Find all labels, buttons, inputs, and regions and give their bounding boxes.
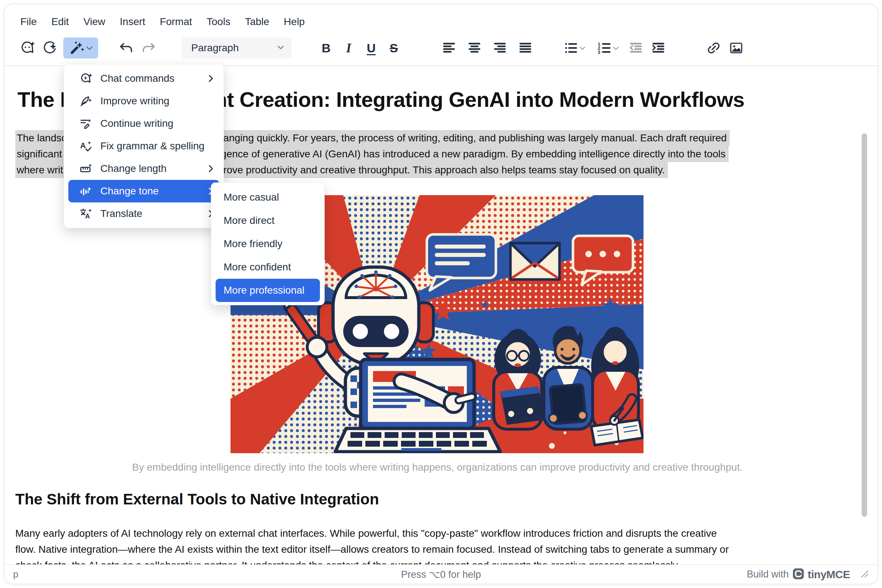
chevron-down-icon xyxy=(277,45,284,52)
format-select-value: Paragraph xyxy=(191,42,277,54)
body-paragraph[interactable]: Many early adopters of AI technology rel… xyxy=(15,525,729,564)
image-caption[interactable]: By embedding intelligence directly into … xyxy=(5,460,870,475)
status-bar: p Press ⌥0 for help Build with tinyMCE xyxy=(5,564,877,584)
align-left-icon xyxy=(441,40,457,56)
svg-text:3: 3 xyxy=(598,50,600,55)
italic-button[interactable]: I xyxy=(338,38,359,58)
align-right-button[interactable] xyxy=(489,38,511,58)
tinymce-editor-window: File Edit View Insert Format Tools Table… xyxy=(0,0,882,588)
ai-commands-menu: Chat commands Improve writing Continue w… xyxy=(64,64,224,228)
redo-button[interactable] xyxy=(138,38,159,58)
translate-icon: A xyxy=(79,207,92,220)
body-text-line[interactable]: Many early adopters of AI technology rel… xyxy=(15,525,729,542)
menu-item-change-length[interactable]: Change length xyxy=(68,158,219,180)
insert-image-button[interactable] xyxy=(726,38,747,58)
menu-item-label: Fix grammar & spelling xyxy=(100,140,219,152)
ai-shortcuts-button[interactable] xyxy=(39,38,60,58)
body-text-line[interactable]: check facts, the AI acts as a collaborat… xyxy=(15,558,729,564)
improve-writing-icon xyxy=(79,94,92,108)
outdent-icon xyxy=(628,40,644,56)
menu-view[interactable]: View xyxy=(76,11,112,33)
menu-item-fix-grammar[interactable]: A Fix grammar & spelling xyxy=(68,135,219,158)
submenu-item-more-direct[interactable]: More direct xyxy=(216,209,320,232)
svg-text:A: A xyxy=(85,213,90,220)
submenu-item-more-friendly[interactable]: More friendly xyxy=(216,232,320,255)
underline-icon: U xyxy=(367,41,376,55)
indent-button[interactable] xyxy=(648,38,669,58)
numbered-list-button[interactable]: 1 2 3 xyxy=(592,38,623,58)
link-button[interactable] xyxy=(703,38,724,58)
menu-format[interactable]: Format xyxy=(153,11,200,33)
menu-table[interactable]: Table xyxy=(238,11,276,33)
outdent-button[interactable] xyxy=(625,38,646,58)
menu-help[interactable]: Help xyxy=(276,11,312,33)
menubar: File Edit View Insert Format Tools Table… xyxy=(13,11,312,33)
undo-icon xyxy=(118,41,134,55)
menu-edit[interactable]: Edit xyxy=(44,11,76,33)
menu-item-label: Improve writing xyxy=(100,95,219,107)
tinymce-logo-icon xyxy=(793,568,804,581)
change-tone-submenu: More casual More direct More friendly Mo… xyxy=(211,182,325,305)
strikethrough-icon: S xyxy=(390,41,398,55)
menu-item-improve-writing[interactable]: Improve writing xyxy=(68,90,219,112)
chevron-down-icon xyxy=(86,45,93,51)
bullet-list-button[interactable] xyxy=(559,38,590,58)
chevron-down-icon xyxy=(613,46,619,51)
menu-item-translate[interactable]: A Translate xyxy=(68,202,219,225)
numbered-list-icon: 1 2 3 xyxy=(596,40,612,56)
continue-writing-icon xyxy=(79,117,92,130)
menu-item-continue-writing[interactable]: Continue writing xyxy=(68,112,219,135)
branding-name[interactable]: tinyMCE xyxy=(808,568,850,581)
menu-item-change-tone[interactable]: Change tone xyxy=(68,180,219,202)
image-icon xyxy=(728,40,744,56)
menu-item-label: Chat commands xyxy=(100,73,200,84)
chevron-down-icon xyxy=(580,46,585,51)
svg-text:A: A xyxy=(80,141,86,150)
italic-icon: I xyxy=(346,40,351,56)
bold-button[interactable]: B xyxy=(316,38,337,58)
align-center-button[interactable] xyxy=(464,38,485,58)
change-tone-icon xyxy=(79,184,92,198)
menu-item-label: Change tone xyxy=(100,185,200,197)
menu-insert[interactable]: Insert xyxy=(113,11,153,33)
scrollbar-thumb[interactable] xyxy=(862,134,867,517)
align-right-icon xyxy=(492,40,508,56)
align-left-button[interactable] xyxy=(439,38,460,58)
change-length-icon xyxy=(79,162,92,175)
ai-commands-wand-button[interactable] xyxy=(63,38,98,58)
submenu-item-more-professional[interactable]: More professional xyxy=(216,279,320,302)
redo-icon xyxy=(141,41,157,55)
chevron-right-icon xyxy=(208,165,213,172)
branding-prefix: Build with xyxy=(747,569,789,580)
ai-shortcuts-icon xyxy=(42,40,58,56)
submenu-item-more-casual[interactable]: More casual xyxy=(216,186,320,209)
menu-file[interactable]: File xyxy=(13,11,44,33)
indent-icon xyxy=(651,40,666,56)
bold-icon: B xyxy=(322,41,331,55)
toolbar: Paragraph B I U S xyxy=(17,35,870,61)
resize-handle-icon[interactable] xyxy=(860,570,869,580)
menu-item-label: Change length xyxy=(100,163,200,174)
underline-button[interactable]: U xyxy=(361,38,382,58)
chevron-right-icon xyxy=(208,75,213,82)
chat-commands-icon xyxy=(79,72,92,85)
bullet-list-icon xyxy=(563,40,579,56)
align-center-icon xyxy=(466,40,482,56)
menu-item-label: Continue writing xyxy=(100,118,219,129)
format-select[interactable]: Paragraph xyxy=(182,38,291,58)
ai-chat-button[interactable] xyxy=(17,38,38,58)
magic-wand-icon xyxy=(69,40,86,56)
align-justify-icon xyxy=(517,40,533,56)
menu-item-chat-commands[interactable]: Chat commands xyxy=(68,67,219,90)
menu-item-label: Translate xyxy=(100,208,200,219)
link-icon xyxy=(706,40,722,56)
menu-tools[interactable]: Tools xyxy=(199,11,237,33)
align-justify-button[interactable] xyxy=(515,38,536,58)
undo-button[interactable] xyxy=(116,38,137,58)
fix-grammar-icon: A xyxy=(79,140,92,153)
submenu-item-more-confident[interactable]: More confident xyxy=(216,255,320,279)
section-heading[interactable]: The Shift from External Tools to Native … xyxy=(15,489,379,510)
strikethrough-button[interactable]: S xyxy=(383,38,404,58)
ai-chat-icon xyxy=(19,40,35,56)
body-text-line[interactable]: flow. Native integration—where the AI ex… xyxy=(15,542,729,558)
